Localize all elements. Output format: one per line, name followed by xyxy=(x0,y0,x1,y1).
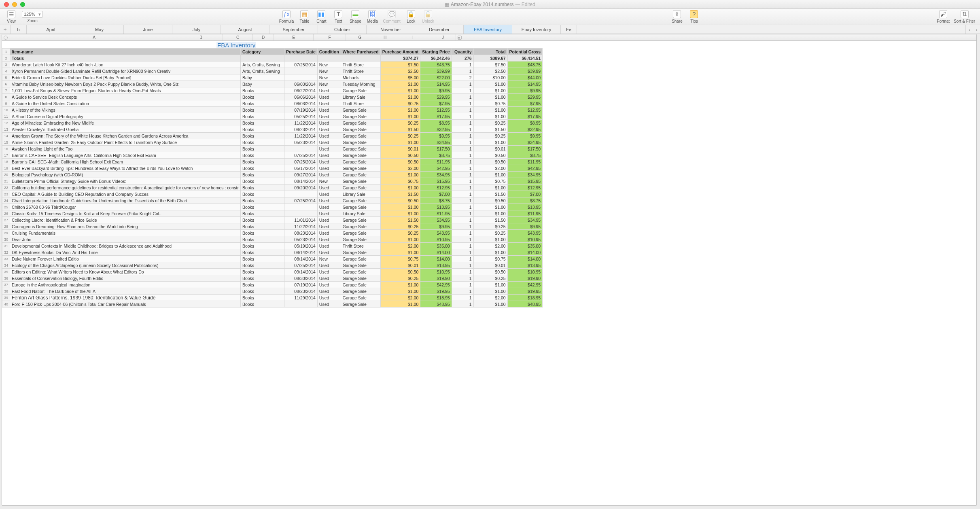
media-button[interactable]: 🖼Media xyxy=(364,9,380,24)
sheet-tab-april[interactable]: April xyxy=(27,25,75,34)
window-controls xyxy=(0,2,25,7)
document-icon: ▦ xyxy=(445,2,449,7)
comment-button[interactable]: 💬Comment xyxy=(381,9,402,24)
formula-button[interactable]: ƒxFormula xyxy=(278,9,296,24)
unlock-button[interactable]: 🔓Unlock xyxy=(420,9,436,24)
sheet-tab-october[interactable]: October xyxy=(318,25,367,34)
share-button[interactable]: ⇪Share xyxy=(669,9,685,24)
tabs-scroll-left[interactable]: ‹ xyxy=(965,25,973,34)
sort-filter-button[interactable]: ⇅Sort & Filter xyxy=(952,9,977,24)
sheet-tab-december[interactable]: December xyxy=(415,25,464,34)
sheet-tab-july[interactable]: July xyxy=(172,25,221,34)
add-sheet-button[interactable]: + xyxy=(0,25,11,34)
sheet-tab-november[interactable]: November xyxy=(367,25,415,34)
toolbar: ☰View 125%▾ Zoom ƒxFormula ▦Table ▮▮Char… xyxy=(0,9,980,25)
sheet-tab-ebay-inventory[interactable]: Ebay Inventory xyxy=(512,25,561,34)
sheet-tab-h[interactable]: h xyxy=(11,25,27,34)
format-button[interactable]: 🖌Format xyxy=(935,9,951,24)
view-menu[interactable]: ☰View xyxy=(3,9,19,24)
chart-button[interactable]: ▮▮Chart xyxy=(313,9,329,24)
zoom-control[interactable]: 125%▾ Zoom xyxy=(20,10,45,24)
edited-indicator: — Edited xyxy=(515,2,535,7)
window-title: ▦ Amazon-Ebay 2014.numbers — Edited xyxy=(445,2,535,7)
shape-button[interactable]: ▬Shape xyxy=(347,9,363,24)
sheet-tab-fe[interactable]: Fe xyxy=(561,25,577,34)
close-window-button[interactable] xyxy=(4,2,9,7)
sheet-tab-may[interactable]: May xyxy=(75,25,124,34)
minimize-window-button[interactable] xyxy=(12,2,17,7)
sheet-tab-june[interactable]: June xyxy=(124,25,172,34)
tabs-scroll-right[interactable]: › xyxy=(973,25,980,34)
sheet-tab-fba-inventory[interactable]: FBA Inventory xyxy=(464,25,512,34)
document-name: Amazon-Ebay 2014.numbers xyxy=(451,2,513,7)
sheet-tab-september[interactable]: September xyxy=(269,25,318,34)
sheet-tabs: + hAprilMayJuneJulyAugustSeptemberOctobe… xyxy=(0,25,980,34)
text-button[interactable]: TText xyxy=(330,9,346,24)
tips-button[interactable]: ?Tips xyxy=(686,9,702,24)
table-button[interactable]: ▦Table xyxy=(296,9,312,24)
sheet-tab-august[interactable]: August xyxy=(221,25,269,34)
titlebar: ▦ Amazon-Ebay 2014.numbers — Edited xyxy=(0,0,980,9)
lock-button[interactable]: 🔒Lock xyxy=(403,9,419,24)
zoom-window-button[interactable] xyxy=(20,2,25,7)
